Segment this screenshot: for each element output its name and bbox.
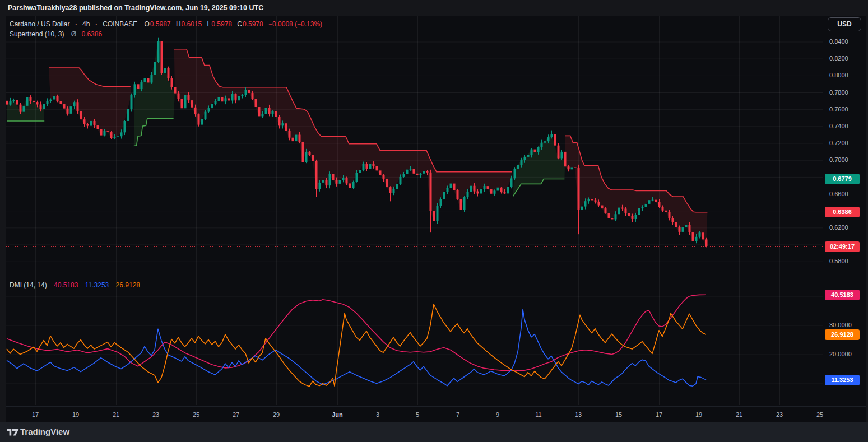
price-tick-label: 0.8000 bbox=[829, 72, 848, 78]
time-tick-label: 29 bbox=[264, 411, 289, 418]
open-label: O bbox=[144, 20, 149, 28]
footer-bar: TradingView bbox=[0, 422, 868, 442]
time-tick-label: 9 bbox=[485, 411, 510, 418]
high-label: H bbox=[176, 20, 181, 28]
price-tick-label: 0.7800 bbox=[829, 89, 848, 96]
dmi-tick-label: 30.0000 bbox=[829, 322, 852, 328]
tradingview-logo-icon[interactable] bbox=[7, 428, 19, 436]
plus-di-badge: 11.3253 bbox=[825, 375, 860, 385]
supertrend-value: 0.6386 bbox=[81, 30, 102, 38]
low-label: L bbox=[207, 20, 211, 28]
time-tick-label: 17 bbox=[23, 411, 48, 418]
time-tick-label: 13 bbox=[566, 411, 591, 418]
time-tick-label: 23 bbox=[767, 411, 792, 418]
time-tick-label: Jun bbox=[325, 411, 350, 418]
countdown-badge: 02:49:17 bbox=[825, 241, 860, 252]
price-tick-label: 0.5800 bbox=[829, 258, 848, 264]
low-value: 0.5978 bbox=[211, 20, 232, 28]
change-value: −0.0008 (−0.13%) bbox=[268, 20, 322, 28]
time-tick-label: 21 bbox=[727, 411, 751, 418]
close-value: 0.5978 bbox=[243, 20, 263, 28]
dmi-plus-di-value: 11.3253 bbox=[85, 281, 109, 289]
price-tick-label: 0.7200 bbox=[829, 139, 848, 146]
dmi-tick-label: 20.0000 bbox=[829, 351, 852, 357]
supertrend-up-badge: 0.6779 bbox=[825, 174, 860, 184]
symbol-legend: Cardano / US Dollar · 4h · COINBASE O0.5… bbox=[10, 20, 322, 28]
supertrend-source-icon: Ø bbox=[71, 30, 76, 38]
time-tick-label: 21 bbox=[104, 411, 128, 418]
symbol-name: Cardano / US Dollar bbox=[10, 20, 69, 28]
supertrend-legend: Supertrend (10, 3) Ø 0.6386 bbox=[10, 30, 102, 38]
price-tick-label: 0.7400 bbox=[829, 123, 848, 129]
dmi-label: DMI (14, 14) bbox=[10, 281, 47, 289]
close-label: C bbox=[237, 20, 242, 28]
time-tick-label: 25 bbox=[807, 411, 832, 418]
price-tick-label: 0.6200 bbox=[829, 224, 848, 231]
time-tick-label: 3 bbox=[365, 411, 390, 418]
price-tick-label: 0.7000 bbox=[829, 156, 848, 163]
dmi-legend: DMI (14, 14) 40.5183 11.3253 26.9128 bbox=[10, 281, 140, 289]
time-tick-label: 23 bbox=[143, 411, 168, 418]
legend-separator: · bbox=[75, 20, 77, 28]
tradingview-snapshot: ParshwaTurakhiya28 published on TradingV… bbox=[0, 0, 868, 442]
price-tick-label: 0.6600 bbox=[829, 190, 848, 197]
time-tick-label: 15 bbox=[606, 411, 631, 418]
legend-separator: · bbox=[95, 20, 98, 28]
footer-brand-link[interactable]: TradingView bbox=[20, 427, 69, 436]
supertrend-down-badge: 0.6386 bbox=[825, 207, 860, 217]
dmi-minus-di-value: 26.9128 bbox=[116, 281, 140, 289]
time-tick-label: 11 bbox=[526, 411, 551, 418]
price-tick-label: 0.8400 bbox=[829, 38, 848, 45]
adx-badge: 40.5183 bbox=[825, 290, 860, 300]
time-tick-label: 5 bbox=[405, 411, 430, 418]
time-tick-label: 25 bbox=[184, 411, 208, 418]
high-value: 0.6015 bbox=[182, 20, 202, 28]
time-tick-label: 17 bbox=[647, 411, 671, 418]
minus-di-badge: 26.9128 bbox=[825, 329, 860, 340]
dmi-adx-value: 40.5183 bbox=[54, 281, 78, 289]
currency-toggle-button[interactable]: USD bbox=[828, 17, 861, 31]
time-tick-label: 19 bbox=[686, 411, 711, 418]
open-value: 0.5987 bbox=[150, 20, 171, 28]
price-tick-label: 0.8200 bbox=[829, 55, 848, 62]
price-tick-label: 0.7600 bbox=[829, 106, 848, 113]
time-tick-label: 19 bbox=[63, 411, 88, 418]
supertrend-label: Supertrend (10, 3) bbox=[10, 30, 64, 38]
time-tick-label: 27 bbox=[224, 411, 248, 418]
symbol-interval: 4h bbox=[82, 20, 90, 28]
chart-canvas[interactable] bbox=[0, 0, 868, 442]
symbol-exchange: COINBASE bbox=[103, 20, 137, 28]
time-tick-label: 7 bbox=[445, 411, 470, 418]
